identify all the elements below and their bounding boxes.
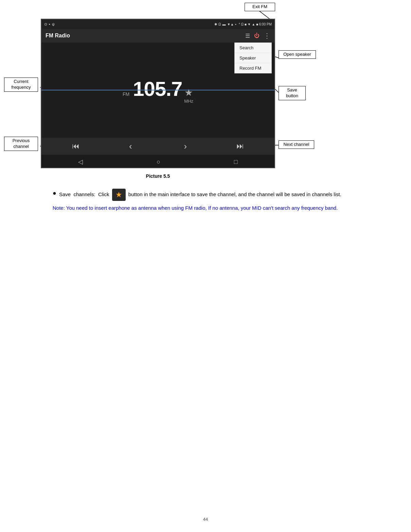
exit-fm-label: Exit FM	[252, 4, 267, 9]
battery-icon: ▬	[222, 22, 226, 26]
note-text: Note: You need to insert earphone as ant…	[53, 204, 352, 212]
previous-channel-callout: Previouschannel	[4, 137, 38, 151]
title-bar-icons: ☰ ⏻ ⋮	[245, 32, 270, 40]
waveform-line	[41, 90, 274, 90]
save-channels-text: Save channels: Click ★ button in the mai…	[59, 189, 341, 201]
title-bar: FM Radio ☰ ⏻ ⋮	[41, 29, 274, 42]
picture-caption: Picture 5.5	[41, 173, 275, 179]
menu-item-record[interactable]: Record FM	[235, 63, 271, 73]
save-button-label: Savebutton	[286, 87, 298, 98]
status-icons-left: ⊙ ▪ ψ	[44, 22, 55, 27]
status-icon-box: ▪	[49, 22, 50, 26]
status-icon-wifi: ⊙	[44, 22, 47, 27]
menu-item-search[interactable]: Search	[235, 43, 271, 53]
svg-line-1	[275, 57, 279, 58]
home-nav-button[interactable]: ○	[157, 158, 160, 166]
svg-line-2	[275, 89, 279, 92]
signal-strength-icon: ▼▲	[227, 22, 234, 26]
power-icon[interactable]: ⏻	[254, 33, 260, 39]
alarm-icon: Ω	[218, 22, 221, 26]
page-number: 44	[203, 517, 208, 522]
bullet-row-save: ● Save channels: Click ★ button in the m…	[53, 189, 352, 201]
phone-screenshot: ⊙ ▪ ψ ✱ Ω ▬ ▼▲ ▪ * Ω ■ ▼ ▲ ■ 6:00 PM FM …	[41, 19, 275, 168]
save-button-callout: Savebutton	[279, 86, 306, 100]
battery-full-icon: ▪	[235, 22, 236, 26]
menu-item-speaker[interactable]: Speaker	[235, 53, 271, 63]
time-display: * Ω ■ ▼ ▲ ■ 6:00 PM	[239, 22, 272, 26]
bullet-dot: ●	[53, 189, 56, 198]
next-skip-button[interactable]: ⏭	[233, 142, 248, 151]
next-channel-label: Next channel	[284, 142, 309, 147]
prev-skip-button[interactable]: ⏮	[68, 142, 83, 151]
next-button[interactable]: ›	[178, 141, 193, 152]
exit-fm-callout: Exit FM	[245, 3, 275, 11]
current-frequency-label: Currentfrequency	[11, 79, 31, 90]
status-right: ✱ Ω ▬ ▼▲ ▪ * Ω ■ ▼ ▲ ■ 6:00 PM	[214, 22, 272, 26]
mhz-label: MHz	[184, 99, 193, 103]
body-section: ● Save channels: Click ★ button in the m…	[53, 189, 352, 212]
open-speaker-label: Open speaker	[283, 52, 311, 57]
status-bar: ⊙ ▪ ψ ✱ Ω ▬ ▼▲ ▪ * Ω ■ ▼ ▲ ■ 6:00 PM	[41, 19, 274, 29]
favorite-star-icon[interactable]: ★	[184, 87, 193, 98]
app-title: FM Radio	[46, 33, 70, 39]
previous-channel-label: Previouschannel	[13, 138, 30, 149]
back-nav-button[interactable]: ◁	[78, 158, 83, 166]
dropdown-menu: Search Speaker Record FM	[234, 42, 272, 73]
open-speaker-callout: Open speaker	[279, 50, 316, 59]
caption-text: Picture 5.5	[146, 173, 170, 179]
fm-label: FM	[123, 91, 129, 97]
next-channel-callout: Next channel	[279, 140, 314, 149]
status-icon-signal: ψ	[52, 22, 55, 26]
recent-nav-button[interactable]: □	[234, 158, 238, 166]
current-frequency-callout: Currentfrequency	[4, 78, 38, 92]
prev-button[interactable]: ‹	[123, 141, 138, 152]
star-button-icon: ★	[112, 189, 126, 201]
controls-bar: ⏮ ‹ › ⏭	[41, 138, 274, 155]
bluetooth-icon: ✱	[214, 22, 217, 26]
frequency-value: 105.7	[133, 77, 182, 101]
list-icon[interactable]: ☰	[245, 33, 250, 39]
more-icon[interactable]: ⋮	[264, 32, 270, 40]
nav-bar: ◁ ○ □	[41, 155, 274, 168]
